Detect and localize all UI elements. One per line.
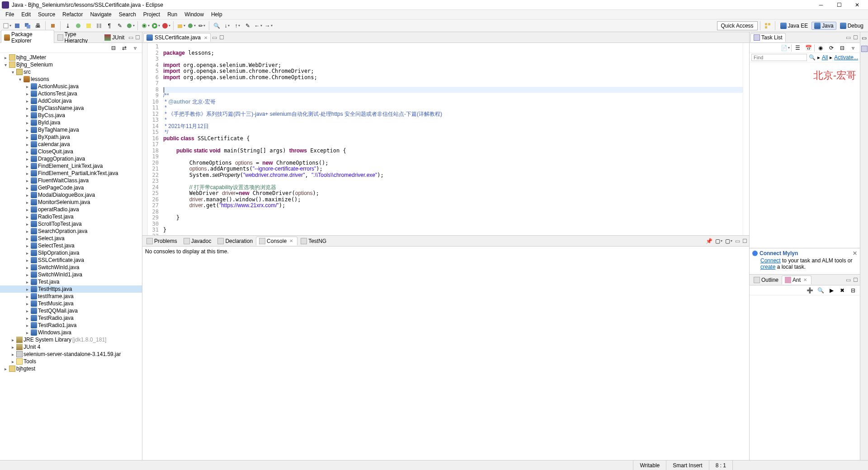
tree-item[interactable]: ▸TestMusic.java	[0, 300, 142, 307]
menu-source[interactable]: Source	[34, 10, 59, 19]
tree-item[interactable]: ▸JUnit 4	[0, 343, 142, 351]
tree-item[interactable]: ▸SlipOpration.java	[0, 249, 142, 256]
tree-item[interactable]: ▸FindElement_LinkText.java	[0, 162, 142, 170]
tree-item[interactable]: ▸ByTagName.java	[0, 126, 142, 133]
tree-item[interactable]: ▸ScrollTopTest.java	[0, 220, 142, 228]
editor-tab-sslcertificate[interactable]: SSLCertificate.java ✕	[143, 33, 211, 42]
run-button[interactable]	[151, 21, 160, 31]
tree-item[interactable]: ▸testIframe.java	[0, 293, 142, 300]
tree-item[interactable]: ▾src	[0, 68, 142, 76]
print-button[interactable]: 🖶	[33, 21, 43, 31]
prev-edit-button[interactable]: ✎	[115, 21, 125, 31]
search-icon[interactable]: 🔍	[809, 54, 816, 61]
close-button[interactable]: ✕	[848, 0, 866, 10]
forward-button[interactable]: →	[264, 21, 274, 31]
tree-item[interactable]: ▸Tools	[0, 358, 142, 365]
quick-access[interactable]: Quick Access	[717, 21, 758, 30]
minimize-console-button[interactable]: ▭	[734, 237, 741, 245]
toggle-block-button[interactable]	[94, 21, 104, 31]
run-last-button[interactable]	[161, 21, 171, 31]
tab-junit[interactable]: JUnit	[101, 33, 127, 42]
package-explorer-tree[interactable]: ▸bjhg_JMeter▾Bjhg_Selenium▾src▾lessons▸A…	[0, 53, 142, 460]
editor-code[interactable]: package lessons; import org.openqa.selen…	[161, 43, 743, 235]
menu-project[interactable]: Project	[140, 10, 164, 19]
debug-button[interactable]	[140, 21, 150, 31]
menu-help[interactable]: Help	[208, 10, 226, 19]
menu-navigate[interactable]: Navigate	[86, 10, 115, 19]
tree-item[interactable]: ▸bjhgtest	[0, 365, 142, 372]
menu-search[interactable]: Search	[115, 10, 140, 19]
tree-item[interactable]: ▸Windows.java	[0, 329, 142, 336]
tree-item[interactable]: ▸AddColor.java	[0, 97, 142, 104]
skip-breakpoints-button[interactable]: ⤓	[63, 21, 73, 31]
tree-item[interactable]: ▸selenium-server-standalone-3.141.59.jar	[0, 351, 142, 358]
tree-item[interactable]: ▸SelectTest.java	[0, 242, 142, 249]
close-icon[interactable]: ✕	[802, 277, 808, 282]
last-edit-button[interactable]: ✎	[243, 21, 253, 31]
close-mylyn-button[interactable]: ✕	[853, 250, 857, 256]
tree-item[interactable]: ▸TestRadio1.java	[0, 322, 142, 329]
tree-item[interactable]: ▸SearchOpration.java	[0, 228, 142, 235]
next-annotation-button[interactable]: ↓	[222, 21, 232, 31]
new-package-button[interactable]	[176, 21, 186, 31]
maximize-console-button[interactable]: ☐	[741, 237, 748, 245]
tab-testng[interactable]: TestNG	[297, 237, 330, 246]
minimize-button[interactable]: ─	[812, 0, 830, 10]
save-all-button[interactable]	[23, 21, 33, 31]
perspective-debug[interactable]: Debug	[837, 22, 866, 30]
maximize-button[interactable]: ☐	[830, 0, 848, 10]
tree-item[interactable]: ▸FindElement_PartialLinkText.java	[0, 170, 142, 177]
tab-ant[interactable]: Ant ✕	[782, 275, 811, 285]
maximize-tasklist-button[interactable]: ☐	[852, 34, 859, 41]
tree-item[interactable]: ▸ActionMusic.java	[0, 83, 142, 90]
tree-item[interactable]: ▸operatRadio.java	[0, 206, 142, 213]
prev-annotation-button[interactable]: ↑	[232, 21, 242, 31]
maximize-outline-button[interactable]: ☐	[852, 276, 859, 284]
build-button[interactable]	[48, 21, 58, 31]
tab-declaration[interactable]: Declaration	[214, 237, 256, 246]
expand-icon[interactable]: ▸	[817, 54, 820, 61]
new-task-button[interactable]: 📄	[780, 43, 790, 53]
display-console-button[interactable]: ▢	[714, 236, 724, 246]
tree-item[interactable]: ▾Bjhg_Selenium	[0, 61, 142, 68]
minimized-view-icon[interactable]	[859, 44, 868, 54]
tree-item[interactable]: ▸ByXpath.java	[0, 133, 142, 141]
editor-gutter[interactable]: 1234567891011121314151617181920212223242…	[148, 43, 161, 235]
expand-icon[interactable]: ▸	[830, 54, 832, 61]
link-editor-button[interactable]: ⇄	[119, 43, 129, 53]
new-class-button[interactable]	[186, 21, 196, 31]
editor-overview-ruler[interactable]	[743, 43, 749, 235]
save-button[interactable]	[12, 21, 22, 31]
view-menu-button[interactable]: ▿	[130, 43, 140, 53]
tree-item[interactable]: ▸RadioTest.java	[0, 213, 142, 220]
open-type-button[interactable]: ✏	[197, 21, 207, 31]
sync-button[interactable]: ⟳	[826, 43, 836, 53]
menu-run[interactable]: Run	[164, 10, 181, 19]
show-whitespace-button[interactable]: ¶	[104, 21, 114, 31]
minimize-view-button[interactable]: ▭	[127, 34, 134, 41]
tree-item[interactable]: ▸MonitorSelenium.java	[0, 199, 142, 206]
tree-item[interactable]: ▸calendar.java	[0, 141, 142, 148]
search-button[interactable]: 🔍	[212, 21, 222, 31]
tree-item[interactable]: ▸SwitchWinId1.java	[0, 271, 142, 278]
remove-all-button[interactable]: ⊟	[848, 285, 858, 295]
tree-item[interactable]: ▸ModalDialogueBox.java	[0, 191, 142, 199]
tree-item[interactable]: ▸JRE System Library [jdk1.8.0_181]	[0, 336, 142, 343]
tab-javadoc[interactable]: Javadoc	[180, 237, 215, 246]
close-tab-button[interactable]: ✕	[203, 35, 209, 40]
task-find-input[interactable]	[751, 54, 807, 61]
tree-item[interactable]: ▸CloseQuit.java	[0, 148, 142, 155]
minimize-tasklist-button[interactable]: ▭	[844, 34, 852, 41]
minimize-editor-button[interactable]: ▭	[211, 34, 218, 41]
open-console-button[interactable]: ▢	[724, 236, 734, 246]
tree-item[interactable]: ▸SwitchWinId.java	[0, 264, 142, 271]
minimize-outline-button[interactable]: ▭	[844, 276, 852, 284]
tree-item[interactable]: ▸ById.java	[0, 119, 142, 126]
perspective-java-ee[interactable]: Java EE	[778, 22, 811, 30]
create-link[interactable]: create	[760, 264, 775, 270]
close-icon[interactable]: ✕	[288, 238, 294, 243]
tree-item[interactable]: ▸ActionsTest.java	[0, 90, 142, 97]
remove-button[interactable]: ✖	[837, 285, 847, 295]
focus-button[interactable]: ◉	[816, 43, 826, 53]
tab-console[interactable]: Console ✕	[256, 237, 297, 246]
